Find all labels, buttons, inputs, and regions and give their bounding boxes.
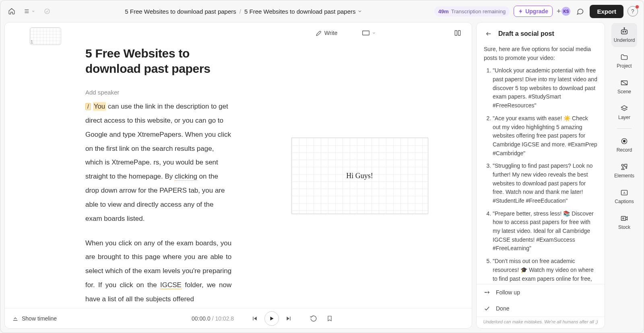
write-button[interactable]: Write (312, 27, 341, 39)
duration: 10:02.8 (215, 315, 234, 322)
canvas-column: Hi Guys! (248, 43, 472, 308)
ai-panel-body[interactable]: Sure, here are five options for social m… (477, 45, 605, 284)
ai-back-button[interactable] (483, 28, 494, 39)
svg-rect-33 (621, 216, 626, 220)
rail-record[interactable]: Record (611, 133, 637, 157)
menu-button[interactable] (24, 6, 35, 17)
skip-forward-icon (285, 315, 292, 322)
play-button[interactable] (264, 311, 279, 326)
ai-suggestion-list: "Unlock your academic potential with fre… (484, 66, 597, 284)
done-label: Done (496, 305, 509, 312)
transcription-remaining[interactable]: 49m Transcription remaining (434, 6, 510, 16)
breadcrumb-separator: / (239, 8, 241, 15)
breadcrumb-current[interactable]: 5 Free Websites to download past papers (244, 8, 362, 15)
rail-underlord[interactable]: Underlord (611, 23, 637, 47)
ai-suggestion-5[interactable]: "Don't miss out on free academic resourc… (493, 257, 597, 284)
transcript-paragraph-2[interactable]: When you click on any of the exam boards… (85, 236, 231, 306)
transcript-paragraph-1[interactable]: / You can use the link in the descriptio… (85, 100, 231, 226)
pen-icon (316, 30, 322, 36)
rail-stock[interactable]: Stock (611, 210, 637, 234)
arrow-left-icon (485, 31, 492, 37)
extra-playback-controls (308, 313, 335, 324)
add-speaker[interactable]: Add speaker (85, 89, 119, 96)
transcript[interactable]: / You can use the link in the descriptio… (85, 100, 231, 306)
rail-elements-label: Elements (614, 173, 634, 179)
chat-button[interactable] (574, 6, 586, 17)
right-rail: Underlord Project Scene Layer (609, 22, 640, 329)
rail-scene[interactable]: Scene (611, 74, 637, 99)
help-button[interactable]: ? (627, 6, 638, 16)
invite-collaborator[interactable]: + KS (557, 7, 571, 16)
home-button[interactable] (6, 6, 17, 17)
aspect-ratio-button[interactable] (359, 28, 379, 38)
rail-separator (617, 128, 632, 129)
ai-suggestion-3[interactable]: "Struggling to find past papers? Look no… (493, 162, 597, 205)
page-thumbnail-wrap: 1 (20, 27, 61, 45)
breadcrumb-current-label: 5 Free Websites to download past papers (244, 8, 356, 15)
link-word-clicking[interactable]: clicking (175, 173, 197, 181)
transcription-time: 49m (438, 8, 449, 14)
upgrade-button[interactable]: Upgrade (514, 6, 553, 17)
svg-point-19 (625, 31, 626, 32)
ai-footer: Underlord can make mistakes. We're all h… (477, 317, 605, 328)
check-circle-icon (44, 8, 50, 14)
rail-elements[interactable]: Elements (611, 158, 637, 183)
bookmark-icon (326, 315, 333, 322)
follow-up-label: Follow up (496, 289, 520, 296)
svg-marker-8 (254, 317, 257, 320)
svg-text:A: A (623, 191, 625, 195)
topbar-left (6, 6, 53, 17)
sync-status[interactable] (41, 6, 53, 17)
expand-icon (12, 315, 19, 322)
canvas-text: Hi Guys! (346, 172, 373, 180)
play-icon (269, 316, 275, 321)
chat-icon (576, 7, 584, 15)
rail-record-label: Record (617, 147, 632, 153)
write-label: Write (324, 30, 337, 36)
rail-underlord-label: Underlord (614, 37, 635, 43)
bookmark-button[interactable] (324, 313, 335, 324)
plus-icon: + (557, 7, 561, 16)
ai-panel: Draft a social post Sure, here are five … (476, 22, 605, 329)
ai-suggestion-4[interactable]: "Prepare better, stress less! 📚 Discover… (493, 210, 597, 253)
link-word-igcse[interactable]: IGCSE (160, 281, 182, 289)
rail-layer[interactable]: Layer (611, 100, 637, 124)
menu-icon (24, 8, 30, 14)
ai-done[interactable]: Done (477, 300, 605, 317)
current-time: 00:00.0 (192, 315, 211, 322)
loop-button[interactable] (308, 313, 319, 324)
breadcrumb-parent[interactable]: 5 Free Websites to download past papers (125, 8, 236, 15)
play-controls (249, 311, 294, 326)
ai-follow-up[interactable]: Follow up (477, 284, 605, 300)
home-icon (8, 8, 15, 15)
show-timeline-button[interactable]: Show timeline (12, 315, 57, 322)
doc-title[interactable]: 5 Free Websites to download past papers (85, 46, 231, 76)
rail-scene-label: Scene (617, 89, 631, 95)
rail-project[interactable]: Project (611, 49, 637, 73)
rail-project-label: Project (617, 63, 632, 69)
ai-suggestion-1[interactable]: "Unlock your academic potential with fre… (493, 66, 597, 110)
script-column[interactable]: 5 Free Websites to download past papers … (5, 43, 248, 308)
elements-icon (620, 162, 629, 171)
chevron-down-icon (357, 9, 362, 14)
timecode: 00:00.0 / 10:02.8 (192, 315, 234, 322)
export-button[interactable]: Export (590, 5, 623, 18)
show-timeline-label: Show timeline (22, 315, 57, 322)
rail-captions[interactable]: A Captions (611, 184, 637, 208)
skip-back-button[interactable] (249, 313, 260, 324)
record-icon (620, 137, 629, 146)
canvas-frame[interactable]: Hi Guys! (291, 138, 428, 214)
captions-icon: A (620, 188, 629, 197)
svg-rect-4 (363, 31, 369, 35)
topbar-right: 49m Transcription remaining Upgrade + KS… (434, 5, 638, 18)
avatar: KS (561, 7, 570, 16)
follow-up-icon (484, 289, 490, 296)
layout-toggle[interactable] (454, 29, 465, 37)
page-thumbnail[interactable] (30, 27, 61, 45)
svg-point-14 (485, 292, 485, 292)
svg-rect-6 (458, 31, 460, 35)
skip-forward-button[interactable] (283, 313, 294, 324)
ai-suggestion-2[interactable]: "Ace your exams with ease! ☀️ Check out … (493, 114, 597, 158)
ai-intro: Sure, here are five options for social m… (484, 45, 597, 62)
chevron-down-icon (31, 9, 35, 13)
